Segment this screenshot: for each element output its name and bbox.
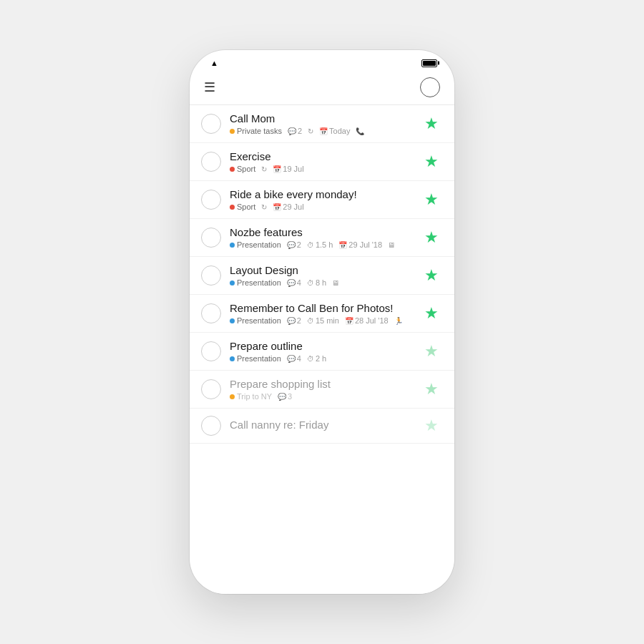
comment-icon: 💬 xyxy=(288,127,296,135)
star-button[interactable]: ★ xyxy=(420,416,443,435)
star-icon: ★ xyxy=(424,152,439,171)
task-checkbox[interactable] xyxy=(201,265,221,286)
comment-icon: 💬 xyxy=(287,241,296,249)
meta-item-repeat: ↻ xyxy=(261,203,267,211)
meta-item-comment: 💬2 xyxy=(287,316,301,325)
meta-item-comment: 💬4 xyxy=(287,354,301,363)
time-value: 15 min xyxy=(316,316,339,325)
tag-dot xyxy=(230,356,235,361)
task-checkbox[interactable] xyxy=(201,190,221,210)
date-value: 19 Jul xyxy=(283,165,303,173)
star-button[interactable]: ★ xyxy=(420,190,443,209)
star-button[interactable]: ★ xyxy=(420,266,443,285)
date-icon: 📅 xyxy=(273,203,281,211)
tag-dot xyxy=(230,280,235,286)
task-item: Ride a bike every monday!Sport↻📅29 Jul★ xyxy=(190,181,454,219)
wifi-icon: ▲ xyxy=(210,59,218,67)
star-button[interactable]: ★ xyxy=(420,114,443,133)
comment-value: 2 xyxy=(297,240,301,249)
meta-item-comment: 💬3 xyxy=(278,392,292,401)
time-icon: ⏱ xyxy=(307,241,314,249)
comment-icon: 💬 xyxy=(287,355,296,363)
task-meta: Sport↻📅29 Jul xyxy=(230,203,420,211)
meta-item-monitor: 🖥 xyxy=(332,279,339,287)
task-content: Prepare outlinePresentation💬4⏱2 h xyxy=(230,340,420,363)
task-title: Prepare outline xyxy=(230,340,420,352)
task-content: ExerciseSport↻📅19 Jul xyxy=(230,150,420,173)
task-checkbox[interactable] xyxy=(201,416,221,436)
comment-icon: 💬 xyxy=(278,393,286,401)
repeat-icon: ↻ xyxy=(261,203,267,211)
star-icon: ★ xyxy=(424,380,439,399)
task-item: Remember to Call Ben for Photos!Presenta… xyxy=(190,295,454,333)
comment-value: 2 xyxy=(297,316,301,325)
task-checkbox[interactable] xyxy=(201,152,221,172)
star-icon: ★ xyxy=(424,190,439,209)
time-value: 2 h xyxy=(316,354,326,363)
info-button[interactable] xyxy=(420,77,440,97)
run-icon: 🏃 xyxy=(394,317,403,325)
task-item: Nozbe featuresPresentation💬2⏱1.5 h📅29 Ju… xyxy=(190,219,454,257)
task-checkbox[interactable] xyxy=(201,379,221,399)
task-content: Ride a bike every monday!Sport↻📅29 Jul xyxy=(230,188,420,211)
task-item: Call MomPrivate tasks💬2↻📅Today📞★ xyxy=(190,105,454,143)
meta-item-date: 📅28 Jul '18 xyxy=(345,316,389,325)
task-checkbox[interactable] xyxy=(201,303,221,323)
meta-item-date: 📅29 Jul xyxy=(273,203,303,211)
star-button[interactable]: ★ xyxy=(420,152,443,171)
repeat-icon: ↻ xyxy=(308,127,313,135)
task-tag: Sport xyxy=(230,165,255,173)
task-title: Prepare shopping list xyxy=(230,378,420,390)
status-bar: ▲ xyxy=(190,50,454,72)
date-icon: 📅 xyxy=(273,165,281,173)
task-item: Call nanny re: Friday★ xyxy=(190,409,454,444)
task-meta: Presentation💬4⏱2 h xyxy=(230,354,420,363)
task-content: Call MomPrivate tasks💬2↻📅Today📞 xyxy=(230,112,420,135)
task-meta: Presentation💬4⏱8 h🖥 xyxy=(230,278,420,287)
task-tag: Presentation xyxy=(230,278,281,287)
date-icon: 📅 xyxy=(319,127,328,135)
task-tag: Presentation xyxy=(230,316,281,325)
task-item: Prepare outlinePresentation💬4⏱2 h★ xyxy=(190,333,454,371)
task-title: Nozbe features xyxy=(230,226,420,238)
star-button[interactable]: ★ xyxy=(420,380,443,399)
date-icon: 📅 xyxy=(338,241,347,249)
comment-value: 4 xyxy=(297,354,301,363)
task-tag: Trip to NY xyxy=(230,392,272,401)
monitor-icon: 🖥 xyxy=(332,279,339,287)
tag-label: Sport xyxy=(237,165,255,173)
comment-value: 3 xyxy=(288,392,292,401)
tag-label: Presentation xyxy=(237,240,281,249)
time-value: 8 h xyxy=(316,278,326,287)
tag-label: Presentation xyxy=(237,354,281,363)
task-checkbox[interactable] xyxy=(201,341,221,361)
date-value: 29 Jul '18 xyxy=(348,240,382,249)
task-title: Call nanny re: Friday xyxy=(230,419,420,431)
meta-item-repeat: ↻ xyxy=(308,127,313,135)
tag-label: Presentation xyxy=(237,316,281,325)
task-content: Remember to Call Ben for Photos!Presenta… xyxy=(230,302,420,325)
comment-value: 2 xyxy=(298,127,302,135)
task-tag: Presentation xyxy=(230,240,281,249)
repeat-icon: ↻ xyxy=(261,165,267,173)
task-checkbox[interactable] xyxy=(201,228,221,248)
tag-dot xyxy=(230,167,235,172)
menu-button[interactable]: ☰ xyxy=(204,79,215,95)
task-checkbox[interactable] xyxy=(201,114,221,134)
comment-icon: 💬 xyxy=(287,279,296,287)
tag-label: Trip to NY xyxy=(237,392,272,401)
star-button[interactable]: ★ xyxy=(420,304,443,323)
date-icon: 📅 xyxy=(345,317,353,325)
star-button[interactable]: ★ xyxy=(420,228,443,247)
tag-dot xyxy=(230,318,235,323)
tag-dot xyxy=(230,205,235,210)
star-button[interactable]: ★ xyxy=(420,342,443,361)
meta-item-date: 📅Today xyxy=(319,127,350,135)
task-title: Exercise xyxy=(230,150,420,162)
task-tag: Sport xyxy=(230,203,255,211)
meta-item-comment: 💬4 xyxy=(287,278,301,287)
tag-label: Presentation xyxy=(237,278,281,287)
task-item: ExerciseSport↻📅19 Jul★ xyxy=(190,143,454,181)
battery-icon xyxy=(421,59,437,67)
time-value: 1.5 h xyxy=(316,240,333,249)
